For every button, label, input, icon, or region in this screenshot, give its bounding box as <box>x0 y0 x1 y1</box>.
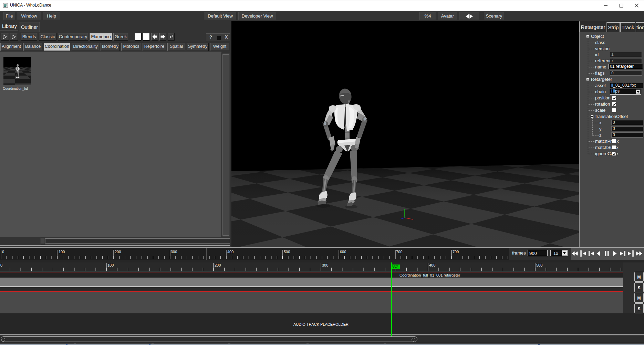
svg-text:300: 300 <box>171 250 177 254</box>
svg-text:0: 0 <box>2 250 4 254</box>
svg-text:600: 600 <box>340 250 346 254</box>
svg-text:100: 100 <box>59 250 65 254</box>
svg-text:100: 100 <box>107 263 114 267</box>
svg-text:200: 200 <box>215 263 221 267</box>
svg-text:200: 200 <box>115 250 121 254</box>
svg-text:300: 300 <box>322 263 328 267</box>
svg-text:400: 400 <box>429 263 435 267</box>
svg-text:400: 400 <box>227 250 233 254</box>
svg-text:0: 0 <box>0 263 2 267</box>
svg-text:500: 500 <box>536 263 542 267</box>
svg-text:700: 700 <box>396 250 402 254</box>
svg-text:500: 500 <box>284 250 290 254</box>
svg-text:799: 799 <box>453 250 459 254</box>
